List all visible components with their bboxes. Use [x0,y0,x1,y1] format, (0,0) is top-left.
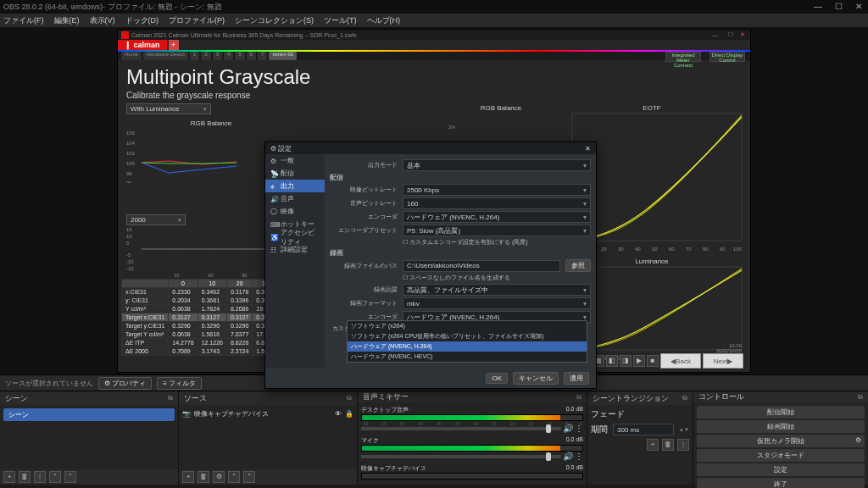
tab-7[interactable]: 6 [247,52,256,60]
video-bitrate-input[interactable]: 2500 Kbps [403,184,591,196]
dropdown-option[interactable]: ハードウェア (NVENC, HEVC) [348,352,587,362]
menu-dock[interactable]: ドック(D) [125,15,159,26]
menu-scenecol[interactable]: シーンコレクション(S) [235,15,314,26]
dropdown-option[interactable]: ソフトウェア (x264) [348,321,587,331]
rec-path-input[interactable]: C:\Users\akkono\Videos [403,260,560,272]
nav-stream[interactable]: 📡配信 [265,167,325,180]
eye-icon[interactable]: 👁 [335,410,342,418]
tab-home[interactable]: Home [121,52,142,60]
settings-button[interactable]: 設定 [697,463,865,476]
start-stream-button[interactable]: 配信開始 [697,406,865,419]
gen-names-checkbox[interactable]: ☐ [403,274,408,280]
cancel-button[interactable]: キャンセル [513,372,559,385]
next-button[interactable]: Next ▶ [703,353,743,369]
nav-general[interactable]: ⚙一般 [265,154,325,167]
nav-audio[interactable]: 🔊音声 [265,192,325,205]
luminance-dropdown[interactable]: With Luminance [126,103,211,114]
duration-input[interactable]: 300 ms [613,424,674,435]
remove-scene-icon[interactable]: 🗑 [19,471,31,483]
maximize-icon[interactable]: ☐ [832,3,844,11]
preset-select[interactable]: P5: Slow (高品質) [403,225,591,236]
menu-edit[interactable]: 編集(E) [54,15,80,26]
popout-icon[interactable]: ⧉ [347,394,352,402]
menu-profile[interactable]: プロファイル(P) [169,15,225,26]
volume-slider[interactable] [361,455,561,458]
source-item[interactable]: 📷 映像キャプチャデバイス 👁 🔒 [182,408,353,419]
scene-down-icon[interactable]: ˅ [64,471,76,483]
nav-video[interactable]: 🖵映像 [265,205,325,218]
apply-button[interactable]: 適用 [564,372,589,385]
lock-icon[interactable]: 🔒 [345,410,353,418]
popout-icon[interactable]: ⧉ [682,394,687,402]
gear-icon[interactable]: ⚙ [855,436,861,444]
filter-button[interactable]: ≡ フィルタ [157,377,202,390]
tab-2[interactable]: 1 [190,52,199,60]
calman-min-icon[interactable]: — [712,32,718,38]
dropdown-option[interactable]: ソフトウェア (x264 CPU使用率の低いプリセット、ファイルサイズ増加) [348,331,587,341]
lum-value-dropdown[interactable]: 2000 [126,214,186,225]
add-source-icon[interactable]: + [182,471,194,483]
tab-8[interactable]: 7 [258,52,267,60]
popout-icon[interactable]: ⧉ [576,393,581,402]
virtual-cam-button[interactable]: 仮想カメラ開始⚙ [697,435,865,447]
calman-max-icon[interactable]: ☐ [728,31,733,38]
tab-active[interactable]: series-92 [269,52,297,60]
tab-3[interactable]: 2 [201,52,210,60]
tab-1[interactable]: Hardware Detect [143,52,188,60]
encoder-dropdown-list[interactable]: ソフトウェア (x264) ソフトウェア (x264 CPU使用率の低いプリセッ… [347,320,587,363]
nav-accessibility[interactable]: ♿アクセシビリティ [265,230,325,243]
start-record-button[interactable]: 録画開始 [697,420,865,433]
source-down-icon[interactable]: ˅ [243,471,255,483]
speaker-icon[interactable]: 🔊 [563,424,573,433]
dialog-titlebar[interactable]: ⚙ 設定 ✕ [265,142,596,154]
source-props-icon[interactable]: ⚙ [213,471,225,483]
tool-icon[interactable]: ◨ [620,355,632,367]
calman-newtab-icon[interactable]: + [169,40,179,50]
remove-transition-icon[interactable]: 🗑 [662,439,674,451]
scene-up-icon[interactable]: ˄ [49,471,61,483]
rec-quality-select[interactable]: 高品質、ファイルサイズ中 [403,284,591,296]
audio-bitrate-input[interactable]: 160 [403,197,591,209]
scene-filter-icon[interactable]: ⋮ [34,471,46,483]
popout-icon[interactable]: ⧉ [168,394,173,402]
menu-help[interactable]: ヘルプ(H) [367,15,401,26]
adv-checkbox[interactable]: ☐ [403,239,408,245]
prev-button[interactable]: ◀ Back [660,353,701,369]
calman-close-icon[interactable]: ✕ [740,31,745,38]
speaker-icon[interactable]: 🔊 [563,452,573,461]
scene-item[interactable]: シーン [3,408,175,421]
encoder-select[interactable]: ハードウェア (NVENC, H.264) [403,211,591,223]
tool-icon[interactable]: ▶ [633,355,645,367]
volume-slider[interactable] [361,427,561,430]
dropdown-option-selected[interactable]: ハードウェア (NVENC, H.264) [348,341,587,352]
transition-more-icon[interactable]: ⋮ [677,439,689,451]
add-transition-icon[interactable]: + [647,439,659,451]
tool-icon[interactable]: ◧ [606,355,618,367]
add-scene-icon[interactable]: + [3,471,15,483]
more-icon[interactable]: ⋮ [575,452,583,461]
dialog-close-icon[interactable]: ✕ [585,145,591,152]
output-mode-select[interactable]: 基本 [403,159,591,171]
duration-stepper[interactable]: ▲▼ [679,427,689,432]
exit-button[interactable]: 終了 [697,478,865,488]
remove-source-icon[interactable]: 🗑 [198,471,209,483]
menu-tools[interactable]: ツール(T) [324,15,357,26]
more-icon[interactable]: ⋮ [575,424,583,433]
nav-output[interactable]: ⎆出力 [265,180,325,192]
source-up-icon[interactable]: ˄ [228,471,240,483]
menu-view[interactable]: 表示(V) [90,15,115,26]
close-icon[interactable]: ✕ [853,3,865,11]
browse-button[interactable]: 参照 [565,259,591,272]
tab-4[interactable]: 3 [213,52,222,60]
transition-select[interactable]: フェード [591,408,689,420]
tab-6[interactable]: 5 [235,52,244,60]
rec-fmt-select[interactable]: mkv [403,297,591,309]
popout-icon[interactable]: ⧉ [858,393,863,402]
tab-5[interactable]: 4 [224,52,233,60]
ok-button[interactable]: OK [486,373,508,384]
minimize-icon[interactable]: — [812,3,824,11]
props-button[interactable]: ⚙ プロパティ [98,377,152,390]
studio-mode-button[interactable]: スタジオモード [697,449,865,462]
tool-icon[interactable]: ■ [647,355,659,367]
menu-file[interactable]: ファイル(F) [3,15,44,26]
